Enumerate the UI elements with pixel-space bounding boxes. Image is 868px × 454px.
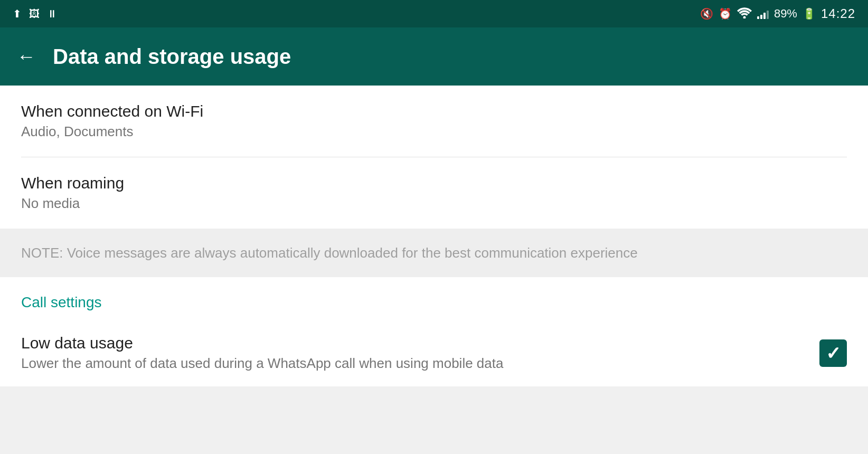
page-title: Data and storage usage [53,45,291,69]
image-icon: 🖼 [29,8,40,20]
low-data-usage-title: Low data usage [21,334,819,352]
note-text: NOTE: Voice messages are always automati… [21,245,638,261]
call-settings-header: Call settings [21,294,102,310]
status-bar: ⬆ 🖼 ⏸ 🔇 ⏰ 89% 🔋 14:22 [0,0,868,27]
signal-icon [757,8,769,19]
status-bar-right-icons: 🔇 ⏰ 89% 🔋 14:22 [700,6,855,21]
app-bar: ← Data and storage usage [0,27,868,86]
pause-icon: ⏸ [47,8,58,20]
call-settings-section: Call settings [0,277,868,319]
roaming-setting-title: When roaming [21,174,847,192]
status-time: 14:22 [821,6,855,21]
mute-icon: 🔇 [700,7,713,20]
alarm-icon: ⏰ [719,7,732,20]
checkmark-icon: ✓ [826,343,841,364]
wifi-setting-subtitle: Audio, Documents [21,124,847,140]
wifi-setting-item[interactable]: When connected on Wi-Fi Audio, Documents [0,86,868,157]
roaming-setting-item[interactable]: When roaming No media [0,157,868,229]
battery-percentage: 89% [774,7,797,21]
low-data-usage-subtitle: Lower the amount of data used during a W… [21,355,819,372]
low-data-usage-text: Low data usage Lower the amount of data … [21,334,819,372]
note-banner: NOTE: Voice messages are always automati… [0,229,868,277]
svg-point-0 [743,16,746,18]
usb-icon: ⬆ [13,7,22,20]
battery-icon: 🔋 [803,7,816,20]
roaming-setting-subtitle: No media [21,195,847,212]
low-data-usage-item[interactable]: Low data usage Lower the amount of data … [0,319,868,386]
settings-content: When connected on Wi-Fi Audio, Documents… [0,86,868,386]
back-button[interactable]: ← [17,45,36,68]
wifi-icon [737,7,752,21]
low-data-usage-checkbox[interactable]: ✓ [819,339,847,367]
status-bar-left-icons: ⬆ 🖼 ⏸ [13,7,58,20]
wifi-setting-title: When connected on Wi-Fi [21,102,847,120]
